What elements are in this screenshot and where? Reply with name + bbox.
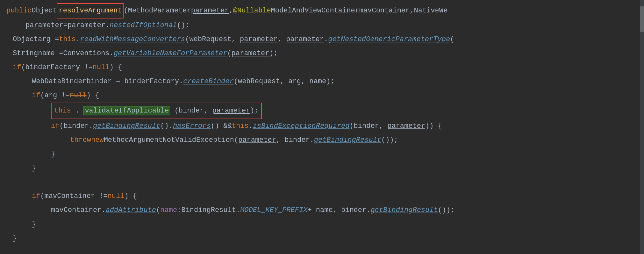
- open-paren: (: [450, 33, 454, 47]
- method-getbinding3: getBindingResult: [370, 203, 438, 217]
- method-getnested: getNestedGenericParameterType: [328, 33, 450, 47]
- kw-if2: if: [32, 89, 40, 103]
- dot2: .: [76, 33, 80, 47]
- method-getbinding: getBindingResult: [93, 119, 160, 133]
- type-webdatabinder: WebDataBinder: [32, 75, 87, 89]
- kw-if4: if: [32, 189, 40, 203]
- code-line-8: this . validateIfApplicable (binder, par…: [0, 103, 644, 119]
- kw-if: if: [13, 61, 21, 75]
- method-addattr: addAttribute: [106, 203, 156, 217]
- code-line-7: if (arg != null ) {: [0, 89, 644, 103]
- brace-mav: ) {: [124, 189, 137, 203]
- chain1: ().: [160, 119, 173, 133]
- field-modelkeyprefix: MODEL_KEY_PREFIX: [240, 203, 307, 217]
- method-readwith: readWithMessageConverters: [80, 33, 185, 47]
- keyword-public: public: [6, 4, 32, 18]
- code-line-1: public Object resolveArgument ( MethodPa…: [0, 3, 644, 18]
- cond-binder: (binderFactory !=: [21, 61, 92, 75]
- method-validate-highlight: validateIfApplicable: [83, 106, 170, 115]
- method-haserrors: hasErrors: [173, 119, 211, 133]
- cond-arg: (arg !=: [40, 89, 69, 103]
- scrollbar[interactable]: [640, 0, 644, 254]
- code-line-3: Object arg = this . readWithMessageConve…: [0, 33, 644, 47]
- null-strikethrough: null: [70, 89, 87, 103]
- cls-bindingresult: BindingResult: [181, 203, 236, 217]
- type-string: String: [13, 47, 38, 61]
- var-name: name =: [38, 47, 63, 61]
- method-getbinding2: getBindingResult: [314, 133, 381, 147]
- code-line-16: }: [0, 217, 644, 231]
- type-methodparam: MethodParameter: [128, 4, 191, 18]
- dot-bind2: .: [249, 119, 253, 133]
- method-getvariable: getVariableNameForParameter: [114, 47, 227, 61]
- call-end3: ());: [438, 203, 455, 217]
- param-mavcontainer: mavContainer,: [359, 4, 414, 18]
- concat: + name, binder.: [307, 203, 370, 217]
- named-param: name:: [160, 203, 181, 217]
- method-isbindexc: isBindExceptionRequired: [253, 119, 350, 133]
- code-line-5: if (binderFactory != null ) {: [0, 61, 644, 75]
- type-nativeweb: NativeWe: [414, 4, 447, 18]
- var-parameter: parameter: [25, 18, 63, 33]
- paren-attr: (: [156, 203, 160, 217]
- method-name-resolve: resolveArgument: [59, 7, 122, 15]
- code-line-14: if (mavContainer != null ) {: [0, 189, 644, 203]
- cls-exception: MethodArgumentNotValidException: [104, 133, 234, 147]
- dot3: .: [110, 47, 114, 61]
- code-line-2: parameter = parameter . nestedIfOptional…: [0, 18, 644, 33]
- code-line-10: throw new MethodArgumentNotValidExceptio…: [0, 133, 644, 147]
- call-end: ();: [177, 18, 190, 33]
- code-line-4: String name = Conventions . getVariableN…: [0, 47, 644, 61]
- dot: .: [105, 18, 110, 33]
- brace-if2: ) {: [87, 89, 99, 103]
- code-editor: public Object resolveArgument ( MethodPa…: [0, 0, 644, 254]
- paren-open: (: [124, 4, 128, 18]
- var-mavcontainer2: mavContainer.: [51, 203, 106, 217]
- code-line-13: [0, 175, 644, 189]
- code-line-11: }: [0, 147, 644, 161]
- brace-close3: }: [32, 217, 36, 231]
- cond-binding: (binder.: [59, 119, 93, 133]
- cond-mav: (mavContainer !=: [40, 189, 107, 203]
- dot-validate: .: [75, 107, 79, 115]
- kw-this: this: [59, 33, 76, 47]
- param-parameter: parameter,: [191, 4, 233, 18]
- brace-open: ) {: [110, 61, 122, 75]
- scrollbar-thumb[interactable]: [640, 6, 644, 32]
- kw-this2: this: [54, 107, 71, 115]
- args-validate: (binder, parameter);: [175, 107, 259, 115]
- call-end2: ());: [381, 133, 398, 147]
- method-call-nested: parameter: [68, 18, 105, 33]
- code-line-12: }: [0, 161, 644, 175]
- brace-close1: }: [51, 147, 55, 161]
- code-line-17: }: [0, 231, 644, 245]
- args-var: (parameter);: [227, 47, 277, 61]
- annotation-nullable: @Nullable: [233, 4, 271, 18]
- assign: =: [63, 18, 68, 33]
- code-line-6: WebDataBinder binder = binderFactory. cr…: [0, 75, 644, 89]
- var-binder: binder = binderFactory.: [87, 75, 183, 89]
- brace-close2: }: [32, 161, 36, 175]
- args-bind: (binder, parameter)) {: [349, 119, 442, 133]
- kw-if3: if: [51, 119, 59, 133]
- code-line-15: mavContainer. addAttribute ( name: Bindi…: [0, 203, 644, 217]
- method-nestedifoptional: nestedIfOptional: [110, 18, 177, 33]
- dot-br: .: [236, 203, 240, 217]
- and-op: () &&: [211, 119, 232, 133]
- args-exception: (parameter, binder.: [234, 133, 314, 147]
- code-line-9: if (binder. getBindingResult (). hasErro…: [0, 119, 644, 133]
- args-read: (webRequest, parameter, parameter.: [185, 33, 328, 47]
- method-createbinder: createBinder: [183, 75, 233, 89]
- kw-null2: null: [108, 189, 125, 203]
- kw-throw: throw: [70, 133, 91, 147]
- type-mavc: ModelAndViewContainer: [271, 4, 359, 18]
- var-arg: arg =: [38, 33, 59, 47]
- args-binder: (webRequest, arg, name);: [234, 75, 335, 89]
- brace-close4: }: [13, 231, 17, 245]
- type-object: Object: [32, 4, 57, 18]
- type-object2: Object: [13, 33, 38, 47]
- kw-new: new: [91, 133, 104, 147]
- kw-null: null: [93, 61, 110, 75]
- kw-this3: this: [232, 119, 249, 133]
- cls-conventions: Conventions: [63, 47, 109, 61]
